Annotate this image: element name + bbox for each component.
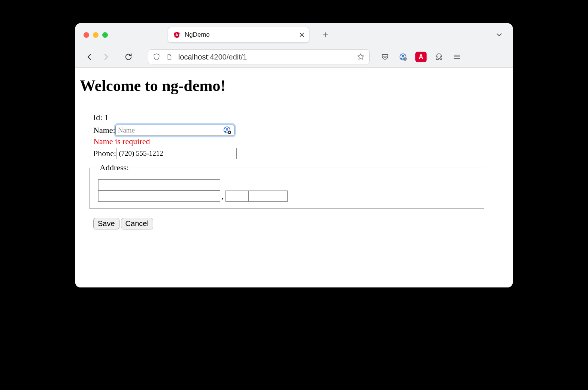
state-input[interactable] bbox=[225, 191, 249, 202]
name-error: Name is required bbox=[93, 137, 508, 146]
window-close-button[interactable] bbox=[84, 32, 89, 38]
tab-title: NgDemo bbox=[185, 31, 294, 39]
browser-chrome: NgDemo bbox=[75, 23, 513, 68]
page-content: Welcome to ng-demo! Id: 1 Name: Name is … bbox=[75, 68, 513, 287]
cancel-button[interactable]: Cancel bbox=[121, 218, 153, 229]
address-comma: , bbox=[220, 191, 225, 201]
reload-button[interactable] bbox=[122, 50, 135, 64]
url-text: localhost:4200/edit/1 bbox=[178, 53, 351, 61]
browser-toolbar: localhost:4200/edit/1 A bbox=[75, 46, 513, 67]
forward-button[interactable] bbox=[99, 50, 113, 64]
svg-rect-9 bbox=[228, 132, 230, 133]
url-path: :4200/edit/1 bbox=[208, 53, 247, 61]
tab-close-button[interactable] bbox=[298, 31, 305, 38]
password-lock-icon[interactable] bbox=[223, 126, 231, 134]
extensions-icon[interactable] bbox=[433, 51, 445, 63]
phone-input[interactable] bbox=[116, 148, 237, 159]
url-host: localhost bbox=[178, 53, 208, 61]
svg-point-3 bbox=[402, 55, 404, 57]
angular-favicon-icon bbox=[173, 31, 180, 38]
browser-tab[interactable]: NgDemo bbox=[168, 27, 309, 43]
city-input[interactable] bbox=[98, 191, 220, 202]
name-label: Name: bbox=[93, 125, 115, 135]
zip-input[interactable] bbox=[249, 191, 288, 202]
bookmark-star-icon[interactable] bbox=[357, 53, 365, 61]
phone-label: Phone: bbox=[93, 149, 116, 158]
document-icon bbox=[166, 53, 173, 61]
back-button[interactable] bbox=[83, 50, 96, 64]
pocket-icon[interactable] bbox=[379, 51, 391, 63]
window-maximize-button[interactable] bbox=[102, 32, 108, 38]
angular-devtools-icon[interactable]: A bbox=[415, 51, 427, 63]
save-button[interactable]: Save bbox=[93, 218, 119, 229]
password-manager-icon[interactable] bbox=[397, 51, 409, 63]
svg-rect-5 bbox=[404, 59, 406, 60]
address-legend: Address: bbox=[98, 163, 130, 173]
street-input[interactable] bbox=[98, 179, 220, 191]
id-row: Id: 1 bbox=[93, 113, 508, 122]
browser-window: NgDemo bbox=[75, 23, 513, 287]
menu-button[interactable] bbox=[451, 51, 463, 63]
new-tab-button[interactable] bbox=[320, 29, 331, 40]
person-form: Id: 1 Name: Name is required Phone: Addr… bbox=[80, 113, 508, 209]
name-input[interactable] bbox=[115, 125, 234, 136]
page-heading: Welcome to ng-demo! bbox=[80, 77, 508, 95]
form-buttons: Save Cancel bbox=[93, 218, 508, 229]
tab-bar: NgDemo bbox=[75, 23, 513, 46]
name-row: Name: bbox=[93, 125, 508, 136]
window-minimize-button[interactable] bbox=[93, 32, 98, 38]
phone-row: Phone: bbox=[93, 148, 508, 159]
tab-list-chevron-icon[interactable] bbox=[494, 30, 504, 40]
shield-icon bbox=[153, 53, 160, 61]
url-bar[interactable]: localhost:4200/edit/1 bbox=[148, 49, 370, 64]
svg-point-7 bbox=[226, 128, 228, 130]
traffic-lights bbox=[84, 32, 108, 38]
address-fieldset: Address: , bbox=[90, 163, 484, 209]
id-value: 1 bbox=[104, 113, 109, 122]
id-label: Id: bbox=[93, 113, 102, 122]
